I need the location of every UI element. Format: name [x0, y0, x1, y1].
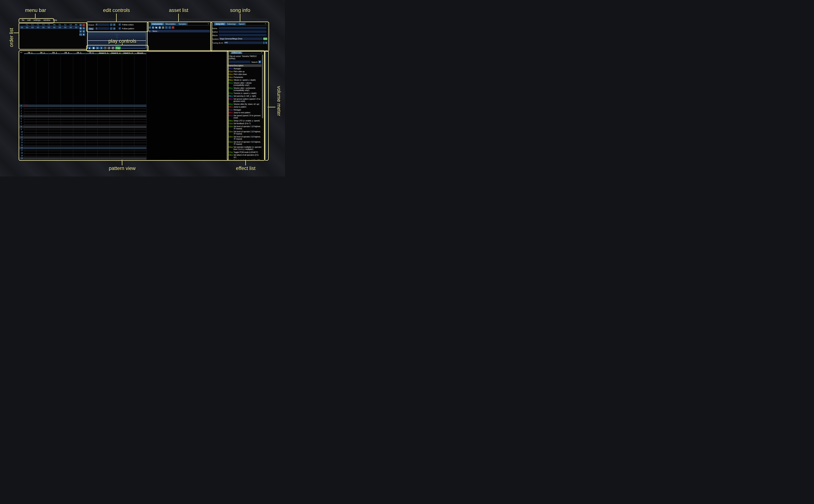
checkbox-follow-pattern[interactable]: ✓	[118, 27, 121, 30]
pattern-row[interactable]: 17	[20, 149, 146, 152]
order-move-bottom-button[interactable]	[82, 30, 85, 33]
pattern-row[interactable]: 1	[20, 107, 146, 110]
close-icon[interactable]: ×	[207, 23, 209, 25]
order-remove-button[interactable]: −	[82, 24, 85, 27]
order-cell[interactable]: 00	[35, 26, 41, 29]
effect-row[interactable]: 12xxSet level of operator 1 (0 highest, …	[228, 125, 261, 130]
tab-effect-list[interactable]: Effect List	[231, 51, 242, 54]
pattern-row[interactable]: 7	[20, 123, 146, 125]
tab-wavetables[interactable]: Wavetables	[164, 23, 177, 25]
effect-row[interactable]: 09xxSet groove pattern (speed 1 if no gr…	[228, 98, 261, 103]
pattern-row[interactable]: 4	[20, 115, 146, 118]
step-input[interactable]: 1	[95, 27, 109, 30]
order-deep-clone-button[interactable]	[79, 33, 82, 36]
system-select[interactable]: Sega Genesis/Mega Drive	[219, 37, 263, 40]
pattern-row[interactable]: 11	[20, 133, 146, 136]
play-button[interactable]: ▶	[88, 46, 91, 50]
step-row-button[interactable]	[100, 46, 103, 50]
effect-row[interactable]: 1AxxSet attack of operator 1 (0 to 1F)	[228, 159, 261, 160]
repeat-button[interactable]	[111, 46, 114, 50]
menu-item-file[interactable]: file	[20, 19, 26, 22]
tab-instruments[interactable]: Instruments	[151, 23, 164, 25]
effect-row[interactable]: 11xxSet feedback (0 to 7)	[228, 123, 261, 125]
effect-row[interactable]: 0BxxJump to pattern	[228, 106, 261, 108]
tab-song-info[interactable]: Song Info	[214, 23, 225, 25]
effect-row[interactable]: 05xyVolume slide + vibrato (compatibilit…	[228, 82, 261, 87]
order-row-index[interactable]: 00	[20, 26, 24, 29]
name-input[interactable]	[219, 27, 266, 29]
effect-row[interactable]: 07xyTremolo (x: speed; y: depth)	[228, 92, 261, 95]
record-button[interactable]: ●	[104, 46, 107, 50]
chevron-down-icon[interactable]: ▼	[228, 51, 230, 54]
order-move-up-button[interactable]	[82, 27, 85, 30]
effect-row[interactable]: 04xyVibrato (x: speed; y: depth)	[228, 79, 261, 81]
effect-row[interactable]: 19xxSet attack of all operators (0 to 1F…	[228, 154, 261, 159]
instrument-tree-view-button[interactable]	[162, 26, 164, 29]
order-cell[interactable]: 00	[62, 26, 68, 29]
instrument-open-button[interactable]	[155, 26, 158, 29]
octave-decrease-button[interactable]: -	[110, 23, 112, 26]
pattern-row[interactable]: 2	[20, 110, 146, 112]
effect-search-input[interactable]	[228, 61, 250, 63]
auto-system-button[interactable]: Auto	[263, 37, 267, 40]
order-add-button[interactable]: +	[79, 24, 82, 27]
tab-subsongs[interactable]: Subsongs	[226, 23, 237, 25]
effect-row[interactable]: 01xxPitch slide up	[228, 71, 261, 73]
chevron-down-icon[interactable]: ▼	[212, 23, 214, 25]
effect-row[interactable]: 15xxSet level of operator 4 (0 highest, …	[228, 141, 261, 146]
effect-row[interactable]: 02xxPitch slide down	[228, 73, 261, 76]
pattern-corner-button[interactable]: ++	[20, 52, 22, 54]
tuning-decrease-button[interactable]: -	[263, 41, 265, 44]
step-increase-button[interactable]: +	[113, 27, 116, 30]
pattern-row[interactable]: 5	[20, 118, 146, 120]
effect-row[interactable]: 0FxxSet speed (speed 2 if no grooves exi…	[228, 115, 261, 119]
tuning-input[interactable]: 440	[224, 41, 262, 44]
effect-row[interactable]: 00xyArpeggio	[228, 68, 261, 70]
instrument-duplicate-button[interactable]	[152, 26, 154, 29]
tab-samples[interactable]: Samples	[177, 23, 188, 25]
instrument-save-button[interactable]	[158, 26, 161, 29]
pattern-cursor[interactable]	[24, 104, 28, 107]
order-cell[interactable]: 00	[46, 26, 52, 29]
instrument-delete-button[interactable]: ×	[172, 26, 174, 29]
pattern-row[interactable]: 0	[20, 104, 146, 107]
play-pattern-button[interactable]	[92, 46, 95, 50]
effect-table-header[interactable]: Name Description	[228, 64, 261, 67]
effect-row[interactable]: 0DxxJump to next pattern	[228, 112, 261, 114]
effect-row[interactable]: 06xyVolume slide + portamento (compatibi…	[228, 87, 261, 92]
metronome-button[interactable]	[107, 46, 111, 50]
checkbox-follow-orders[interactable]: ✓	[118, 23, 121, 26]
close-icon[interactable]: ×	[264, 23, 266, 25]
menu-item-window[interactable]: window	[42, 19, 52, 22]
tab-speed[interactable]: Speed	[237, 23, 246, 25]
effect-row[interactable]: 08xySet panning (x: left; y: right)	[228, 95, 261, 97]
effect-row[interactable]: 14xxSet level of operator 3 (0 highest, …	[228, 136, 261, 140]
effect-row[interactable]: 0CxxRetrigger	[228, 109, 261, 111]
order-cell[interactable]: 00	[24, 26, 30, 29]
play-from-cursor-button[interactable]	[96, 46, 99, 50]
step-button[interactable]: Step	[88, 27, 94, 30]
instrument-add-button[interactable]: +	[148, 26, 151, 29]
order-cell[interactable]: 00	[57, 26, 63, 29]
effect-row[interactable]: 17xxToggle PCM mode (LEGACY)	[228, 151, 261, 154]
pattern-row[interactable]: 8	[20, 125, 146, 128]
effect-row[interactable]: 03xxPortamento	[228, 76, 261, 79]
effect-row[interactable]: 16xySet operator multiplier (x: operator…	[228, 146, 261, 151]
order-cell[interactable]: 00	[68, 26, 74, 29]
order-cell[interactable]: 00	[73, 26, 79, 29]
order-duplicate-button[interactable]	[79, 27, 82, 30]
poly-button[interactable]: Poly	[115, 46, 121, 50]
instrument-move-up-button[interactable]: ↑	[165, 26, 168, 29]
step-decrease-button[interactable]: -	[110, 27, 112, 30]
pattern-row[interactable]: 18	[20, 152, 146, 154]
pattern-row[interactable]: 12	[20, 136, 146, 139]
octave-input[interactable]: 3	[95, 23, 109, 26]
order-cell[interactable]: 00	[41, 26, 46, 29]
pattern-row[interactable]: 9	[20, 128, 146, 131]
order-cell[interactable]: 00	[52, 26, 57, 29]
instrument-move-down-button[interactable]: ↓	[168, 26, 171, 29]
order-edit-mode-button[interactable]	[82, 33, 85, 36]
instrument-list-item[interactable]: - None -	[148, 30, 210, 32]
album-input[interactable]	[219, 34, 266, 36]
octave-increase-button[interactable]: +	[113, 23, 116, 26]
